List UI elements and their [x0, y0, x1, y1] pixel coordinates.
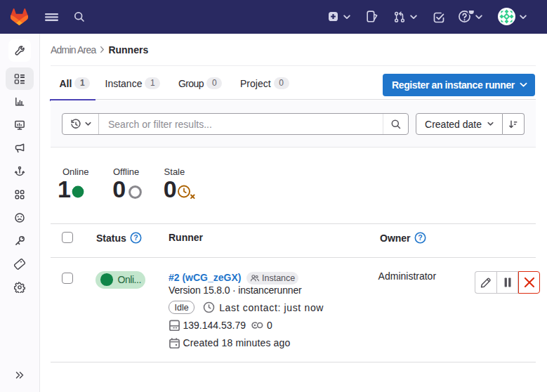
svg-text:?: ? — [418, 233, 422, 242]
svg-text:?: ? — [133, 233, 138, 242]
